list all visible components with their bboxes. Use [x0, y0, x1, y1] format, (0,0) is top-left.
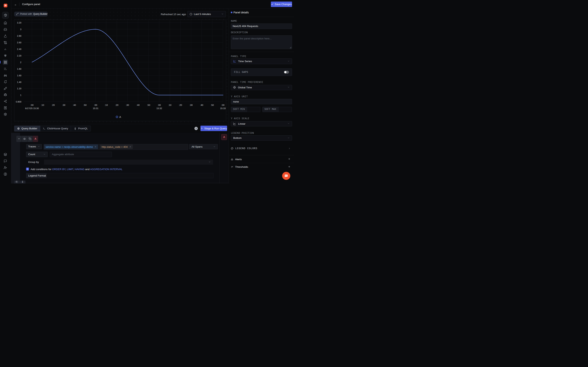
svg-text:1.20: 1.20	[17, 87, 21, 90]
svg-text::40: :40	[200, 104, 203, 106]
svg-text::10: :10	[168, 104, 171, 106]
svg-text::40: :40	[136, 104, 139, 106]
svg-text:15:32: 15:32	[156, 107, 162, 109]
svg-text::20: :20	[179, 104, 182, 106]
svg-text::40: :40	[73, 104, 76, 106]
svg-text:1: 1	[20, 94, 21, 96]
svg-text::50: :50	[83, 104, 86, 106]
svg-text::30: :30	[126, 104, 129, 106]
svg-text::50: :50	[211, 104, 214, 106]
svg-text:2.80: 2.80	[17, 35, 21, 37]
svg-text:2.60: 2.60	[17, 41, 21, 44]
svg-text:2.20: 2.20	[17, 55, 21, 57]
svg-text:6/17/25 15:30: 6/17/25 15:30	[25, 107, 39, 109]
svg-text:A: A	[119, 116, 121, 118]
svg-text::30: :30	[62, 104, 65, 106]
svg-text:15:33: 15:33	[220, 107, 225, 109]
svg-text::30: :30	[189, 104, 192, 106]
svg-text::00: :00	[221, 104, 225, 106]
svg-text:1.80: 1.80	[17, 68, 21, 70]
svg-text:2.40: 2.40	[17, 48, 21, 50]
svg-text::10: :10	[41, 104, 44, 106]
svg-text:0.800: 0.800	[16, 100, 21, 103]
svg-text::50: :50	[147, 104, 150, 106]
svg-text::00: :00	[158, 104, 161, 106]
svg-text::10: :10	[105, 104, 108, 106]
svg-text:2: 2	[20, 61, 21, 64]
svg-text:1.60: 1.60	[17, 74, 21, 77]
svg-text:1.40: 1.40	[17, 81, 21, 83]
svg-text:15:31: 15:31	[93, 107, 98, 109]
svg-text:3.20: 3.20	[17, 22, 21, 24]
svg-text::00: :00	[94, 104, 97, 106]
svg-text::20: :20	[52, 104, 55, 106]
svg-text::00: :00	[30, 104, 34, 106]
svg-text::20: :20	[115, 104, 118, 106]
svg-text:3: 3	[20, 28, 21, 31]
